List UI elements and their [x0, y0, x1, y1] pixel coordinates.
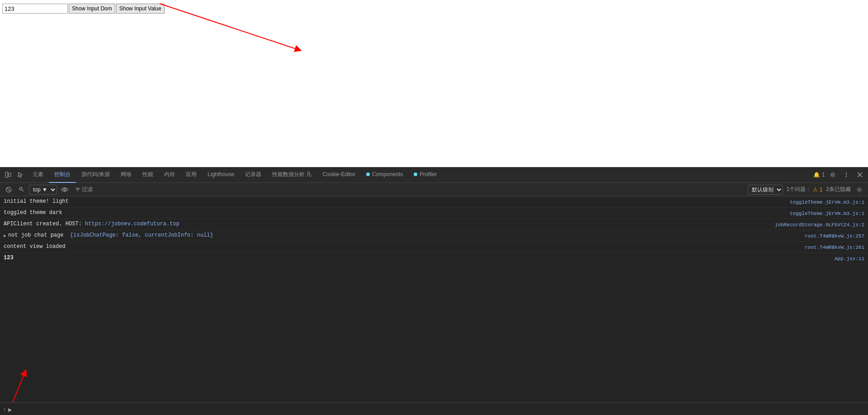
- main-content: 123 Show Input Dom Show Input Value: [0, 0, 868, 167]
- console-message-4: ▶ not job chat page {isJobChatPage: fals…: [0, 230, 868, 242]
- error-count: 2条已隐藏: [826, 186, 851, 193]
- tab-components[interactable]: Components: [361, 167, 408, 183]
- msg-text-6: 123: [4, 254, 830, 262]
- console-message-3: APIClient created. HOST: https://jobnev.…: [0, 219, 868, 230]
- notification-icon[interactable]: 🔔 1: [813, 168, 826, 181]
- tab-sources[interactable]: 源代码/来源: [76, 167, 115, 183]
- filter-label: 过滤: [82, 186, 93, 193]
- issue-label: 1个问题：: [787, 186, 811, 193]
- svg-point-4: [832, 174, 834, 176]
- clear-console-icon[interactable]: [4, 185, 14, 195]
- tab-profiler[interactable]: Profiler: [408, 167, 442, 183]
- msg-source-6[interactable]: App.jsx:11: [830, 255, 864, 263]
- console-messages[interactable]: initial theme! light toggleTheme.jErVm.m…: [0, 196, 868, 402]
- red-arrow-console: [0, 368, 99, 402]
- console-settings-icon[interactable]: [854, 185, 864, 195]
- profiler-dot: [414, 173, 417, 176]
- right-icons: 🔔 1: [813, 168, 866, 181]
- svg-rect-2: [5, 172, 8, 177]
- tab-components-label: Components: [372, 171, 403, 177]
- tab-console[interactable]: 控制台: [49, 167, 76, 183]
- warning-count: ⚠ 1: [813, 187, 822, 193]
- console-message-1: initial theme! light toggleTheme.jErVm.m…: [0, 196, 868, 208]
- show-input-dom-button[interactable]: Show Input Dom: [69, 4, 115, 14]
- devtools-panel: 元素 控制台 源代码/来源 网络 性能 内存 应用 Lighthouse 记录器…: [0, 167, 868, 415]
- console-right-controls: 默认级别 1个问题： ⚠ 1 2条已隐藏: [748, 185, 864, 195]
- msg-text-4: not job chat page {isJobChatPage: false,…: [8, 231, 800, 239]
- svg-line-13: [22, 190, 24, 191]
- devtools-toggle-icon[interactable]: [2, 168, 14, 181]
- tab-application[interactable]: 应用: [180, 167, 202, 183]
- tab-recorder[interactable]: 记录器: [240, 167, 267, 183]
- tab-lighthouse[interactable]: Lighthouse: [202, 167, 240, 183]
- msg-obj-4: {isJobChatPage: false, currentJobInfo: n…: [70, 232, 213, 238]
- context-selector[interactable]: top ▼: [29, 185, 57, 195]
- eye-icon[interactable]: [60, 185, 70, 195]
- console-message-5: content view loaded root.T4WRBkvW.js:261: [0, 242, 868, 253]
- close-devtools-icon[interactable]: [854, 168, 866, 181]
- tab-performance[interactable]: 性能: [137, 167, 159, 183]
- svg-point-6: [846, 174, 847, 175]
- console-message-2: toggled theme dark toggleTheme.jErVm.m3.…: [0, 208, 868, 219]
- tab-cookie-editor[interactable]: Cookie-Editor: [317, 167, 361, 183]
- console-toolbar: top ▼ 过滤 默认级别 1个问题： ⚠ 1 2条已隐藏: [0, 183, 868, 196]
- tab-performance-insights[interactable]: 性能数据分析 凡: [267, 167, 317, 183]
- tab-elements[interactable]: 元素: [27, 167, 49, 183]
- expand-icon[interactable]: ▶: [8, 406, 12, 414]
- svg-point-5: [846, 173, 847, 173]
- console-message-6: 123 App.jsx:11: [0, 253, 868, 264]
- msg-text-3: APIClient created. HOST: https://jobnev.…: [4, 220, 770, 228]
- settings-icon[interactable]: [826, 168, 839, 181]
- more-options-icon[interactable]: [840, 168, 853, 181]
- msg-text-5: content view loaded: [4, 242, 800, 251]
- show-input-value-button[interactable]: Show Input Value: [116, 4, 165, 14]
- input-row: 123 Show Input Dom Show Input Value: [2, 4, 866, 14]
- msg-source-1[interactable]: toggleTheme.jErVm.m3.js:1: [785, 198, 864, 206]
- main-text-input[interactable]: 123: [2, 4, 68, 14]
- svg-line-20: [5, 373, 25, 402]
- svg-rect-3: [9, 173, 11, 177]
- msg-source-5[interactable]: root.T4WRBkvW.js:261: [800, 243, 864, 252]
- console-input-row: › ▶: [0, 402, 868, 415]
- filter-icon[interactable]: [16, 185, 26, 195]
- tab-memory[interactable]: 内存: [159, 167, 180, 183]
- svg-point-18: [859, 189, 860, 191]
- issue-badge: 1个问题： ⚠ 1: [787, 186, 823, 193]
- tab-profiler-label: Profiler: [420, 171, 437, 177]
- svg-line-11: [7, 188, 10, 191]
- notification-badge: 🔔 1: [813, 172, 825, 178]
- msg-source-2[interactable]: toggleTheme.jErVm.m3.js:1: [785, 210, 864, 218]
- devtools-tabs-bar: 元素 控制台 源代码/来源 网络 性能 内存 应用 Lighthouse 记录器…: [0, 167, 868, 183]
- msg-source-3[interactable]: jobRecordStorage.9LFbVtZ4.js:2: [770, 221, 864, 229]
- api-host-link[interactable]: https://jobnev.codefutura.top: [85, 221, 179, 227]
- msg-text-1: initial theme! light: [4, 197, 785, 205]
- msg-text-2: toggled theme dark: [4, 209, 785, 217]
- filter-button[interactable]: 过滤: [72, 185, 95, 195]
- devtools-select-icon[interactable]: [14, 168, 27, 181]
- tab-network[interactable]: 网络: [115, 167, 137, 183]
- msg-source-4[interactable]: root.T4WRBkvW.js:257: [800, 232, 864, 240]
- svg-point-7: [846, 176, 847, 177]
- console-prompt-icon: ›: [4, 406, 5, 412]
- svg-point-14: [64, 189, 66, 191]
- components-dot: [366, 173, 370, 176]
- msg-expand-4[interactable]: ▶: [4, 232, 6, 240]
- level-selector[interactable]: 默认级别: [748, 185, 783, 195]
